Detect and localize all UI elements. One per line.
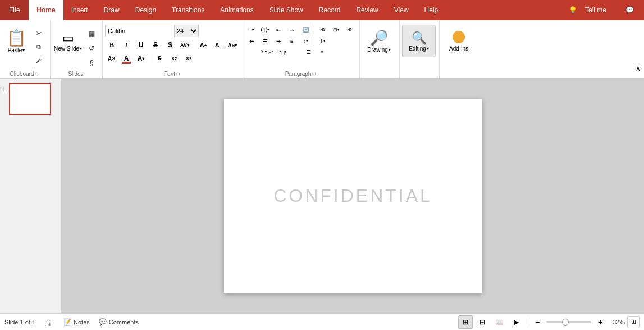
zoom-slider[interactable]	[546, 321, 591, 323]
clipboard-group-label: Clipboard ⊡	[2, 70, 47, 78]
strikethrough-btn2[interactable]: S̶	[153, 52, 166, 65]
cut-button[interactable]: ✂	[31, 27, 46, 39]
slide-sorter-button[interactable]: ⊟	[475, 315, 490, 329]
subscript-button[interactable]: X2	[167, 52, 181, 65]
font-size-decrease-button[interactable]: A-	[211, 39, 225, 51]
smart-art-button[interactable]: 🔄	[299, 25, 312, 35]
line-spacing-button[interactable]: ↕▾	[299, 36, 312, 46]
text-highlight-button[interactable]: A▾	[134, 52, 148, 65]
slide-show-status-icon: ▶	[514, 318, 519, 326]
text-color-button[interactable]: A	[120, 52, 133, 65]
clipboard-expand-icon[interactable]: ⊡	[35, 71, 39, 76]
slide-thumb-1[interactable]: 1	[2, 83, 59, 115]
new-slide-button[interactable]: ▭ New Slide▾	[53, 25, 83, 57]
tab-review[interactable]: Review	[348, 0, 386, 20]
lightbulb-button[interactable]: 💡 Tell me	[563, 2, 618, 19]
ribbon-right-controls: 💡 Tell me 💬	[563, 0, 644, 20]
reset-button[interactable]: ↺	[84, 42, 99, 55]
slide-thumbnail-1[interactable]	[9, 83, 51, 115]
tab-design[interactable]: Design	[127, 0, 164, 20]
paragraph-row2: ⬅ ☰ ➡ ≡ ↕▾ ⫿▾	[245, 36, 356, 46]
increase-indent-button[interactable]: ⇥	[286, 25, 298, 35]
layout-button[interactable]: ▦	[84, 27, 99, 40]
font-size-increase-button[interactable]: A+	[197, 39, 210, 51]
slide-canvas[interactable]: CONFIDENTIAL	[224, 99, 482, 293]
comments-button[interactable]: 💬	[620, 4, 640, 16]
font-group: 24 B I U S S AV▾ A+ A- Aa▾ A✕ A	[103, 20, 243, 78]
tab-slideshow[interactable]: Slide Show	[262, 0, 311, 20]
editing-group: 🔍 Editing▾	[400, 20, 440, 78]
underline-button[interactable]: U	[134, 39, 148, 51]
numbering-button[interactable]: ⑴▾	[259, 25, 271, 35]
paste-button[interactable]: 📋 Paste▾	[2, 25, 30, 57]
align-left-button[interactable]: ⬅	[245, 36, 258, 46]
char-spacing-button[interactable]: AV▾	[178, 39, 191, 51]
paste-label: Paste▾	[8, 47, 25, 53]
zoom-fit-button[interactable]: ⊞	[627, 316, 640, 328]
decrease-indent-button[interactable]: ⇤	[272, 25, 285, 35]
font-expand-icon[interactable]: ⊡	[176, 71, 180, 76]
tab-animations[interactable]: Animations	[212, 0, 261, 20]
tab-draw[interactable]: Draw	[96, 0, 127, 20]
zoom-out-button[interactable]: −	[533, 318, 542, 327]
tab-transitions[interactable]: Transitions	[164, 0, 212, 20]
editing-button[interactable]: 🔍 Editing▾	[402, 25, 436, 57]
tab-record[interactable]: Record	[311, 0, 349, 20]
slide-panel: 1	[0, 79, 62, 313]
drawing-group-label	[362, 70, 396, 78]
comments-status-button[interactable]: 💬 Comments	[94, 317, 143, 327]
clear-formatting-button[interactable]: A✕	[105, 52, 118, 65]
font-separator	[194, 40, 194, 49]
change-case-button[interactable]: Aa▾	[226, 39, 239, 51]
drawing-button[interactable]: 🔎 Drawing▾	[362, 25, 396, 57]
tab-view[interactable]: View	[386, 0, 417, 20]
bullets-button[interactable]: ≡▾	[245, 25, 258, 35]
tab-home[interactable]: Home	[29, 0, 63, 20]
italic-button[interactable]: I	[120, 39, 133, 51]
status-right: ⊞ ⊟ 📖 ▶ − + 32% ⊞	[458, 315, 640, 329]
superscript-button[interactable]: X2	[182, 52, 195, 65]
copy-button[interactable]: ⧉	[31, 40, 46, 53]
notes-label: Notes	[74, 319, 90, 326]
reading-view-button[interactable]: 📖	[492, 315, 506, 329]
tab-help[interactable]: Help	[417, 0, 446, 20]
text-direction-button[interactable]: ⟲	[317, 25, 329, 35]
slide-show-status-button[interactable]: ▶	[509, 315, 523, 329]
status-separator	[528, 318, 528, 327]
paragraph-row3: ⸃ ⁌ ⁎ ⁍ ¬ ¶ ⁋ ☰ ≡	[245, 47, 356, 57]
addins-button[interactable]: Add-ins	[442, 25, 476, 57]
para-extra3[interactable]: ≡	[316, 47, 328, 57]
align-text-button[interactable]: ⊟▾	[330, 25, 342, 35]
reading-view-icon: 📖	[495, 318, 504, 326]
canvas-area[interactable]: CONFIDENTIAL	[62, 79, 644, 313]
strikethrough-button[interactable]: S	[149, 39, 162, 51]
font-size-select[interactable]: 24	[174, 25, 199, 37]
addins-icon	[453, 31, 465, 43]
zoom-slider-thumb[interactable]	[562, 319, 569, 326]
para-extra1[interactable]: ⸃ ⁌ ⁎ ⁍ ¬ ¶ ⁋	[245, 47, 302, 57]
paragraph-expand-icon[interactable]: ⊡	[312, 71, 316, 76]
notes-button[interactable]: 📝 Notes	[59, 317, 94, 327]
paste-icon: 📋	[7, 29, 26, 47]
font-color-row: A✕ A A▾ S̶ X2 X2	[105, 52, 239, 65]
ribbon-collapse-button[interactable]: ∧	[632, 62, 644, 75]
align-center-button[interactable]: ☰	[259, 36, 271, 46]
notes-icon: 📝	[63, 318, 71, 326]
zoom-in-button[interactable]: +	[596, 318, 605, 327]
section-button[interactable]: §	[84, 56, 99, 70]
bold-button[interactable]: B	[105, 39, 118, 51]
font-name-input[interactable]	[105, 25, 172, 37]
format-painter-button[interactable]: 🖌	[31, 54, 46, 66]
para-extra2[interactable]: ☰	[303, 47, 315, 57]
tab-insert[interactable]: Insert	[63, 0, 96, 20]
comments-status-icon: 💬	[99, 318, 107, 326]
shadow-button[interactable]: S	[163, 39, 177, 51]
convert-smartart-button[interactable]: ⟲	[344, 25, 356, 35]
normal-view-button[interactable]: ⊞	[458, 315, 473, 329]
align-right-button[interactable]: ➡	[272, 36, 285, 46]
accessibility-button[interactable]: ⬚	[40, 315, 54, 329]
justify-button[interactable]: ≡	[286, 36, 298, 46]
slide-sorter-icon: ⊟	[479, 318, 485, 326]
tab-file[interactable]: File	[0, 0, 29, 20]
columns-button[interactable]: ⫿▾	[317, 36, 329, 46]
